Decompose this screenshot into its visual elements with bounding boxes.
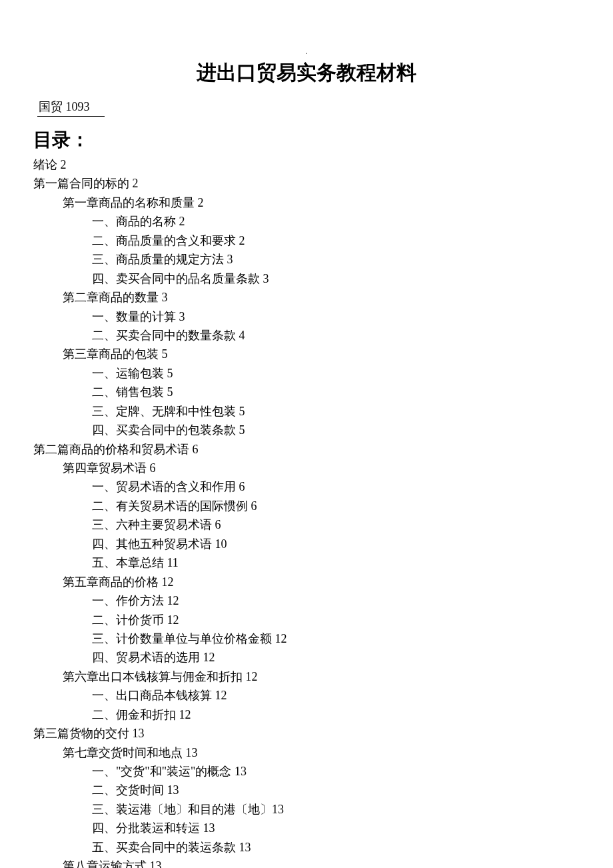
- toc-entry: 第四章贸易术语 6: [63, 459, 580, 477]
- toc-entry: 五、买卖合同中的装运条款 13: [92, 838, 580, 857]
- toc-entry: 第七章交货时间和地点 13: [63, 743, 580, 762]
- toc-entry: 第三章商品的包装 5: [63, 345, 580, 363]
- toc-entry: 二、计价货币 12: [92, 611, 580, 629]
- toc-entry: 一、"交货"和"装运"的概念 13: [92, 762, 580, 781]
- class-code: 国贸 1093: [37, 99, 105, 117]
- toc-entry: 五、本章总结 11: [92, 553, 580, 572]
- table-of-contents: 绪论 2第一篇合同的标的 2第一章商品的名称和质量 2一、商品的名称 2二、商品…: [33, 155, 580, 868]
- toc-entry: 二、佣金和折扣 12: [92, 705, 580, 724]
- toc-entry: 第六章出口本钱核算与佣金和折扣 12: [63, 667, 580, 686]
- toc-entry: 二、销售包装 5: [92, 383, 580, 401]
- toc-entry: 一、出口商品本钱核算 12: [92, 686, 580, 705]
- toc-entry: 一、商品的名称 2: [92, 212, 580, 231]
- toc-entry: 第一章商品的名称和质量 2: [63, 193, 580, 212]
- document-title: 进出口贸易实务教程材料: [33, 59, 580, 87]
- toc-entry: 四、分批装运和转运 13: [92, 819, 580, 837]
- toc-entry: 三、六种主要贸易术语 6: [92, 515, 580, 534]
- toc-entry: 三、定牌、无牌和中性包装 5: [92, 402, 580, 421]
- toc-entry: 一、贸易术语的含义和作用 6: [92, 477, 580, 496]
- toc-entry: 一、数量的计算 3: [92, 307, 580, 326]
- toc-entry: 二、交货时间 13: [92, 781, 580, 799]
- toc-entry: 四、买卖合同中的包装条款 5: [92, 421, 580, 439]
- toc-entry: 一、运输包装 5: [92, 364, 580, 383]
- toc-entry: 第八章运输方式 13: [63, 857, 580, 868]
- toc-entry: 四、其他五种贸易术语 10: [92, 535, 580, 553]
- toc-entry: 第一篇合同的标的 2: [33, 174, 580, 193]
- toc-entry: 四、卖买合同中的品名质量条款 3: [92, 269, 580, 288]
- toc-entry: 四、贸易术语的选用 12: [92, 648, 580, 667]
- toc-entry: 第二篇商品的价格和贸易术语 6: [33, 440, 580, 459]
- toc-entry: 二、买卖合同中的数量条款 4: [92, 326, 580, 345]
- toc-entry: 绪论 2: [33, 155, 580, 174]
- toc-heading: 目录：: [33, 127, 580, 153]
- toc-entry: 一、作价方法 12: [92, 591, 580, 610]
- toc-entry: 第三篇货物的交付 13: [33, 724, 580, 743]
- toc-entry: 三、商品质量的规定方法 3: [92, 250, 580, 269]
- toc-entry: 三、计价数量单位与单位价格金额 12: [92, 629, 580, 648]
- toc-entry: 二、商品质量的含义和要求 2: [92, 231, 580, 250]
- toc-entry: 三、装运港〔地〕和目的港〔地〕13: [92, 800, 580, 819]
- document-page: . 进出口贸易实务教程材料 国贸 1093 目录： 绪论 2第一篇合同的标的 2…: [0, 0, 613, 868]
- toc-entry: 二、有关贸易术语的国际惯例 6: [92, 497, 580, 515]
- toc-entry: 第二章商品的数量 3: [63, 288, 580, 307]
- toc-entry: 第五章商品的价格 12: [63, 573, 580, 591]
- header-mark: .: [33, 47, 580, 57]
